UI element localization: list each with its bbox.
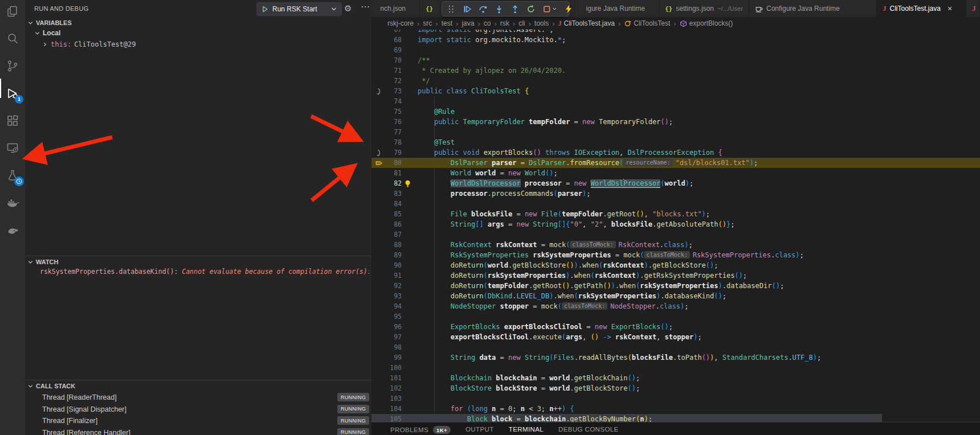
fold-marker-icon[interactable] <box>371 147 386 158</box>
code-line-69[interactable]: 69 <box>371 45 980 55</box>
breadcrumb-item-exportblocks-[interactable]: exportBlocks() <box>680 19 733 27</box>
breadcrumb-item-clitoolstest[interactable]: CliToolsTest <box>624 19 670 27</box>
call-stack-section-header[interactable]: CALL STACK <box>25 381 371 391</box>
glyph-margin[interactable] <box>371 127 386 137</box>
lightbulb-icon[interactable] <box>403 179 414 188</box>
gradle-icon[interactable] <box>6 223 19 237</box>
glyph-margin[interactable] <box>371 35 386 45</box>
code-line-95[interactable]: 95 <box>371 311 980 322</box>
code-line-71[interactable]: 71 * Created by ajlopez on 26/04/2020. <box>371 65 980 76</box>
code-line-78[interactable]: 78 @Test <box>371 137 980 147</box>
code-line-76[interactable]: 76 public TemporaryFolder tempFolder = n… <box>371 117 980 127</box>
code-line-103[interactable]: 103 <box>371 393 980 404</box>
glyph-margin[interactable] <box>371 168 386 178</box>
glyph-margin[interactable] <box>371 229 386 240</box>
glyph-margin[interactable] <box>371 65 386 76</box>
glyph-margin[interactable] <box>371 373 386 383</box>
glyph-margin[interactable] <box>371 291 386 301</box>
code-line-70[interactable]: 70/** <box>371 55 980 65</box>
code-line-81[interactable]: 81 World world = new World(); <box>371 168 980 178</box>
glyph-margin[interactable] <box>371 281 386 291</box>
panel-tab-terminal[interactable]: TERMINAL <box>509 426 544 433</box>
gear-icon[interactable]: ⚙ <box>344 3 352 14</box>
call-stack-thread-row[interactable]: Thread [Reference Handler]RUNNING <box>25 427 371 435</box>
glyph-margin[interactable] <box>371 55 386 65</box>
watch-section-header[interactable]: WATCH <box>25 257 371 267</box>
testing-icon[interactable] <box>6 169 19 182</box>
code-line-105[interactable]: 105 Block block = blockchain.getBlockByN… <box>371 414 980 422</box>
breadcrumb-item-java[interactable]: java <box>462 19 474 27</box>
editor-tab-settings-json[interactable]: {}settings.json~/.../User <box>659 0 749 17</box>
step-over-button[interactable] <box>479 5 488 14</box>
glyph-margin[interactable] <box>371 106 386 117</box>
run-debug-icon[interactable]: 1 <box>6 87 19 100</box>
code-line-102[interactable]: 102 BlockStore blockStore = world.getBlo… <box>371 383 980 393</box>
glyph-margin[interactable] <box>371 250 386 260</box>
remote-explorer-icon[interactable] <box>6 141 19 155</box>
restart-button[interactable] <box>526 5 536 14</box>
breadcrumb-item-co[interactable]: co <box>484 19 491 27</box>
glyph-margin[interactable] <box>371 188 386 199</box>
code-editor[interactable]: 67import static org.junit.Assert.*;68imp… <box>371 30 980 422</box>
panel-tab-problems[interactable]: PROBLEMS1K+ <box>390 426 451 434</box>
docker-icon[interactable] <box>6 196 19 210</box>
drag-handle[interactable] <box>447 5 456 14</box>
step-into-button[interactable] <box>495 5 504 14</box>
breadcrumb-item-rskj-core[interactable]: rskj-core <box>387 19 414 27</box>
editor-tab-configure-java-runtime[interactable]: Configure Java Runtime <box>749 0 877 17</box>
breadcrumb-item-tools[interactable]: tools <box>534 19 549 27</box>
fold-marker-icon[interactable] <box>371 86 386 96</box>
glyph-margin[interactable] <box>371 311 386 322</box>
code-line-91[interactable]: 91 doReturn(rskSystemProperties).when(rs… <box>371 270 980 281</box>
call-stack-thread-row[interactable]: Thread [Finalizer]RUNNING <box>25 415 371 427</box>
step-out-button[interactable] <box>511 5 520 14</box>
launch-config-dropdown[interactable]: Run RSK Start <box>256 2 342 17</box>
breadcrumb-item-rsk[interactable]: rsk <box>500 19 509 27</box>
glyph-margin[interactable] <box>371 342 386 352</box>
code-line-88[interactable]: 88 RskContext rskContext = mock(classToM… <box>371 240 980 250</box>
code-line-98[interactable]: 98 <box>371 342 980 352</box>
glyph-margin[interactable] <box>371 322 386 332</box>
glyph-margin[interactable] <box>371 270 386 281</box>
code-line-87[interactable]: 87 <box>371 229 980 240</box>
search-icon[interactable] <box>6 32 19 46</box>
glyph-margin[interactable] <box>371 178 386 188</box>
code-line-77[interactable]: 77 <box>371 127 980 137</box>
continue-button[interactable] <box>463 5 472 14</box>
code-line-101[interactable]: 101 Blockchain blockchain = world.getBlo… <box>371 373 980 383</box>
glyph-margin[interactable] <box>371 352 386 363</box>
code-line-75[interactable]: 75 @Rule <box>371 106 980 117</box>
call-stack-thread-row[interactable]: Thread [ReaderThread]RUNNING <box>25 392 371 404</box>
code-line-72[interactable]: 72 */ <box>371 76 980 86</box>
glyph-margin[interactable] <box>371 393 386 404</box>
glyph-margin[interactable] <box>371 363 386 373</box>
glyph-margin[interactable] <box>371 219 386 229</box>
hot-code-replace-button[interactable] <box>564 5 573 14</box>
glyph-margin[interactable] <box>371 137 386 147</box>
breadcrumb-item-cli[interactable]: cli <box>518 19 525 27</box>
glyph-margin[interactable] <box>371 199 386 209</box>
watch-expression-row[interactable]: rskSystemProperties.databaseKind(): Cann… <box>40 268 369 276</box>
code-line-100[interactable]: 100 <box>371 363 980 373</box>
editor-tab-clitoolstest-java[interactable]: JCliToolsTest.java× <box>877 0 966 17</box>
code-line-73[interactable]: 73public class CliToolsTest { <box>371 86 980 96</box>
code-line-67[interactable]: 67import static org.junit.Assert.*; <box>371 30 980 35</box>
more-actions-icon[interactable]: ⋯ <box>361 1 370 12</box>
debug-current-line-arrow[interactable] <box>371 158 386 168</box>
explorer-icon[interactable] <box>6 5 19 18</box>
glyph-margin[interactable] <box>371 96 386 106</box>
code-line-68[interactable]: 68import static org.mockito.Mockito.*; <box>371 35 980 45</box>
glyph-margin[interactable] <box>371 45 386 55</box>
stop-button[interactable] <box>542 5 557 14</box>
code-line-82[interactable]: 82 WorldDslProcessor processor = new Wor… <box>371 178 980 188</box>
breadcrumb-item-clitoolstest-java[interactable]: JCliToolsTest.java <box>558 19 615 28</box>
call-stack-thread-row[interactable]: Thread [Signal Dispatcher]RUNNING <box>25 404 371 416</box>
glyph-margin[interactable] <box>371 301 386 311</box>
code-line-86[interactable]: 86 String[] args = new String[]{"0", "2"… <box>371 219 980 229</box>
glyph-margin[interactable] <box>371 240 386 250</box>
code-line-89[interactable]: 89 RskSystemProperties rskSystemProperti… <box>371 250 980 260</box>
glyph-margin[interactable] <box>371 76 386 86</box>
glyph-margin[interactable] <box>371 117 386 127</box>
code-line-104[interactable]: 104 for (long n = 0; n < 3; n++) { <box>371 404 980 414</box>
glyph-margin[interactable] <box>371 260 386 270</box>
